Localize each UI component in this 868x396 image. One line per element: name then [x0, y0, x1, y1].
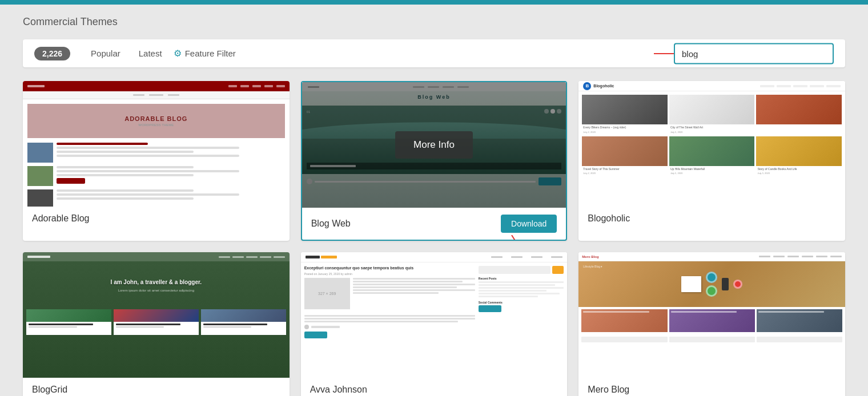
tab-popular[interactable]: Popular: [84, 46, 127, 60]
mock-subnav: [23, 91, 290, 99]
bh-logo: B: [583, 82, 591, 90]
theme-count-badge: 2,226: [34, 47, 70, 60]
theme-preview-bloggrid: I am John, a traveller & a blogger. Lore…: [23, 252, 290, 378]
theme-name-adorable-blog: Adorable Blog: [32, 213, 90, 224]
bg-posts-row: [23, 309, 290, 338]
theme-name-blogoholic: Blogoholic: [588, 213, 630, 224]
theme-name-bloggrid: BlogGrid: [32, 385, 67, 395]
bh-img-waterfall: [669, 136, 755, 166]
theme-name-mero-blog: Mero Blog: [588, 385, 629, 395]
bh-img-road: [582, 136, 668, 166]
theme-preview-blog-web: Blog Web 01: [302, 82, 566, 208]
download-button[interactable]: Download: [501, 215, 557, 233]
theme-preview-adorable-blog: ADORABLE BLOG WordPress Theme: [23, 81, 290, 207]
avva-content: Exceptiuri consequuntur quo saepe tempor…: [301, 262, 568, 342]
themes-grid: ADORABLE BLOG WordPress Theme: [23, 81, 845, 396]
theme-card-blog-web[interactable]: Blog Web 01: [301, 81, 568, 241]
toolbar: 2,226 Popular Latest ⚙ Feature Filter: [23, 39, 845, 67]
theme-footer-blog-web: Blog Web Download: [302, 208, 566, 240]
theme-card-adorable-blog[interactable]: ADORABLE BLOG WordPress Theme: [23, 81, 290, 241]
theme-preview-avva: Exceptiuri consequuntur quo saepe tempor…: [301, 252, 568, 378]
theme-footer-avva-johnson: Avva Johnson: [301, 378, 568, 396]
theme-card-mero-blog[interactable]: Mero Blog: [578, 252, 845, 396]
bh-img-motorcyclist: [582, 95, 668, 124]
mero-hero-image: Lifestyle Blog ▾: [578, 261, 845, 307]
bg-hero: I am John, a traveller & a blogger. Lore…: [23, 261, 290, 309]
mero-posts-strip: [578, 307, 845, 334]
theme-footer-bloggrid: BlogGrid: [23, 378, 290, 396]
theme-name-blog-web: Blog Web: [311, 219, 351, 229]
mock-posts-adorable: [23, 143, 290, 207]
more-info-overlay: More Info: [302, 82, 566, 208]
mock-hero-adorable: ADORABLE BLOG WordPress Theme: [27, 104, 285, 138]
avva-nav: [301, 252, 568, 262]
mock-nav: [23, 81, 290, 91]
theme-name-avva-johnson: Avva Johnson: [310, 385, 367, 395]
top-bar: [0, 0, 868, 5]
bh-photo-grid: Every Bikers Dreams – (svg rider) July 2…: [578, 91, 845, 179]
theme-footer-mero-blog: Mero Blog: [578, 378, 845, 396]
theme-card-blogoholic[interactable]: B Blogoholic Every Bikers Dreams – (svg …: [578, 81, 845, 241]
bh-nav: B Blogoholic: [578, 81, 845, 91]
search-input[interactable]: [674, 43, 834, 64]
theme-footer-adorable-blog: Adorable Blog: [23, 207, 290, 231]
more-info-button[interactable]: More Info: [395, 131, 473, 159]
theme-card-avva-johnson[interactable]: Exceptiuri consequuntur quo saepe tempor…: [301, 252, 568, 396]
mero-nav: Mero Blog: [578, 252, 845, 261]
theme-footer-blogoholic: Blogoholic: [578, 207, 845, 231]
bg-nav: [23, 252, 290, 261]
gear-icon: ⚙: [174, 48, 182, 59]
bh-img-books: [756, 136, 842, 166]
feature-filter[interactable]: ⚙ Feature Filter: [174, 48, 236, 59]
theme-card-bloggrid[interactable]: I am John, a traveller & a blogger. Lore…: [23, 252, 290, 396]
page-title: Commercial Themes: [23, 16, 845, 28]
feature-filter-label: Feature Filter: [185, 49, 236, 58]
theme-preview-blogoholic: B Blogoholic Every Bikers Dreams – (svg …: [578, 81, 845, 207]
theme-preview-mero: Mero Blog: [578, 252, 845, 378]
tab-latest[interactable]: Latest: [132, 46, 169, 60]
